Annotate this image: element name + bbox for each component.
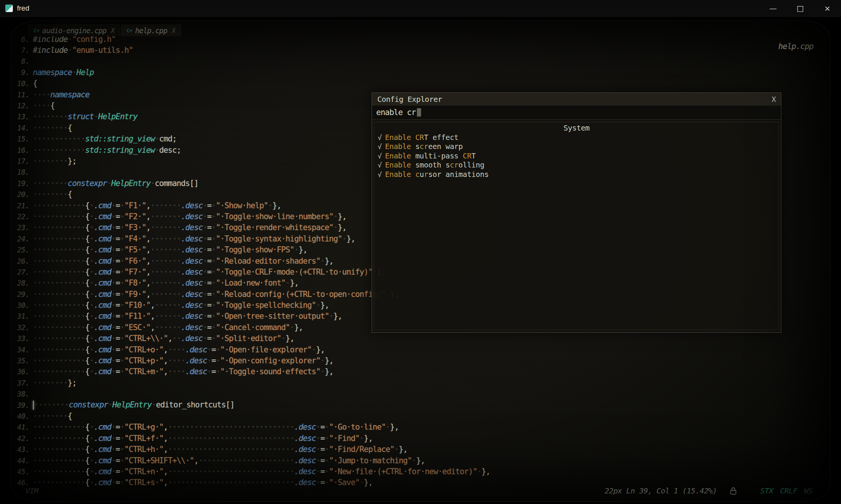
code-token: = — [115, 201, 120, 210]
code-token: · — [89, 257, 94, 266]
code-line-text: ········{ — [33, 123, 72, 132]
tab-close-button[interactable]: X — [172, 27, 175, 34]
code-token: · — [394, 445, 399, 454]
config-option[interactable]: √Enable smooth scrolling — [374, 161, 779, 170]
checkbox-checked-icon: √ — [378, 143, 382, 151]
code-token: "CTRL+f·" — [124, 434, 163, 443]
config-option[interactable]: √Enable CRT effect — [374, 133, 779, 142]
code-token: }, — [324, 367, 333, 376]
option-text: Enable — [385, 133, 411, 142]
dialog-close-button[interactable]: X — [772, 95, 776, 103]
code-token: = — [115, 434, 120, 443]
code-token: "CTRL+g·" — [124, 423, 163, 432]
code-token: , — [151, 312, 155, 321]
code-token: .cmd — [94, 257, 111, 266]
code-token: · — [211, 234, 216, 243]
code-line-text: ············std::string_view·desc; — [33, 146, 181, 155]
tab-close-button[interactable]: X — [111, 27, 115, 34]
line-number: 44. — [15, 456, 33, 465]
code-token: "F7·" — [124, 267, 146, 277]
code-token: "CTRL+SHIFT+\\·" — [124, 456, 194, 465]
code-token: · — [89, 345, 94, 354]
code-token: ············ — [33, 367, 85, 376]
config-search-input[interactable]: enable cr — [372, 106, 781, 120]
code-token: ····························· — [168, 467, 294, 476]
code-token: { — [68, 123, 72, 132]
editor-screen: 6.#include·"config.h"7.#include·"enum-ut… — [11, 20, 830, 502]
line-number: 31. — [15, 312, 33, 320]
code-token: .cmd — [94, 323, 111, 332]
code-token: · — [203, 257, 207, 266]
tab-audio-engine.cpp[interactable]: C+audio-engine.cppX — [28, 25, 120, 36]
checkbox-checked-icon: √ — [378, 152, 382, 160]
code-token: · — [94, 112, 98, 121]
code-token: ············ — [33, 223, 85, 232]
line-number: 28. — [15, 279, 33, 287]
code-token: · — [107, 179, 111, 188]
code-token: · — [108, 400, 112, 409]
code-line: 9.namespace·Help — [15, 67, 490, 78]
line-number: 11. — [15, 91, 33, 99]
code-token: "·Open·tree-sitter·output" — [216, 312, 329, 321]
code-token: "F5·" — [124, 245, 146, 254]
code-token: .desc — [181, 257, 203, 266]
code-line-text: ············{·.cmd·=·"F7·",·······.desc·… — [33, 267, 386, 277]
code-token: , — [163, 434, 168, 443]
code-token: .desc — [294, 423, 316, 432]
app-icon — [5, 5, 13, 12]
code-line-text: ····{ — [33, 101, 55, 110]
config-option[interactable]: √Enable cursor animations — [374, 170, 779, 179]
code-token: .cmd — [94, 278, 111, 287]
code-line: 35.············{·.cmd·=·"CTRL+p·",····.d… — [15, 355, 490, 366]
code-token: { — [85, 423, 90, 432]
code-line-text: ········}; — [33, 157, 76, 166]
line-number: 13. — [15, 112, 33, 121]
minimize-button[interactable]: — — [760, 0, 787, 17]
code-token: ···· — [33, 90, 50, 99]
code-token: = — [115, 367, 120, 376]
code-token: "·Jump·to·matching" — [329, 456, 412, 465]
code-token: ····························· — [168, 478, 294, 487]
code-token: { — [85, 223, 90, 232]
code-token: · — [207, 356, 212, 365]
code-token: · — [316, 434, 320, 443]
code-token: .desc — [181, 334, 203, 343]
checkbox-checked-icon: √ — [378, 161, 382, 169]
code-token: · — [203, 245, 207, 254]
code-token: "·Load·new·font" — [216, 278, 286, 287]
code-token: · — [72, 68, 77, 77]
code-token: , — [168, 334, 172, 343]
code-token: · — [120, 367, 125, 376]
code-line-text: ············{·.cmd·=·"CTRL+s·",·········… — [33, 478, 372, 487]
code-token: = — [211, 345, 216, 354]
option-text: CR — [463, 152, 471, 160]
code-token: ············ — [33, 212, 85, 221]
code-token: · — [89, 467, 94, 476]
code-token: · — [324, 434, 329, 443]
code-token: · — [151, 179, 155, 188]
code-line-text: ····namespace — [33, 90, 89, 99]
line-number: 43. — [15, 445, 33, 453]
line-number: 24. — [15, 235, 33, 243]
code-token: { — [50, 101, 55, 110]
code-token: = — [207, 301, 212, 310]
code-token: "·Split·editor" — [216, 334, 281, 343]
code-token: }; — [68, 157, 76, 166]
line-number: 12. — [15, 101, 33, 110]
maximize-button[interactable]: □ — [787, 0, 814, 17]
code-token: constexpr — [68, 179, 107, 188]
code-line-text: ············{·.cmd·=·"F1·",·······.desc·… — [33, 201, 281, 210]
tab-help.cpp[interactable]: C+help.cppX — [121, 25, 181, 36]
code-token: ······················ — [198, 456, 294, 465]
config-option[interactable]: √Enable multi-pass CRT — [374, 152, 779, 161]
code-token: .desc — [181, 245, 203, 254]
code-token: · — [120, 312, 125, 321]
line-number: 41. — [15, 423, 33, 431]
close-button[interactable]: × — [814, 0, 841, 17]
code-token: ······ — [155, 323, 181, 332]
code-token: · — [360, 478, 364, 487]
config-option[interactable]: √Enable screen warp — [374, 142, 779, 151]
code-token: · — [111, 456, 116, 465]
code-token: .cmd — [94, 434, 111, 443]
code-token: .cmd — [94, 456, 111, 465]
